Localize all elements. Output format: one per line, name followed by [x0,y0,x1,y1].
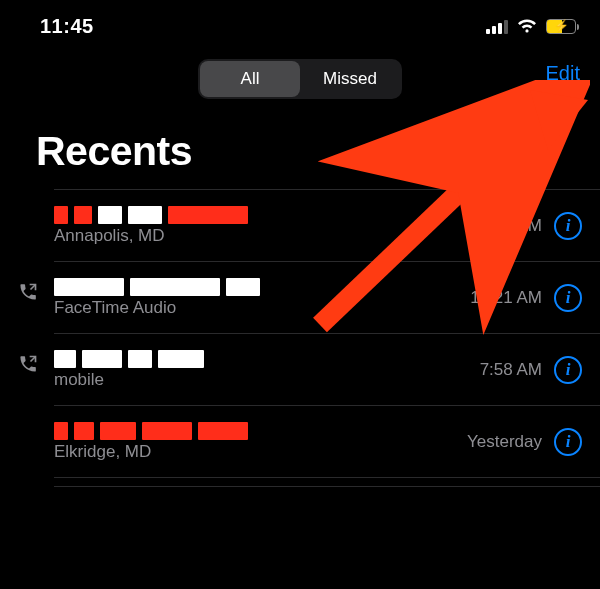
info-icon: i [566,217,571,234]
call-time: 11:34 AM [470,216,542,236]
call-row[interactable]: Annapolis, MD 11:34 AM i [54,189,600,261]
call-main: Annapolis, MD [54,206,470,246]
caller-name-redacted [54,350,480,368]
info-button[interactable]: i [554,356,582,384]
battery-icon: ⚡ [546,19,576,34]
info-button[interactable]: i [554,284,582,312]
charging-bolt-icon: ⚡ [554,19,569,33]
info-icon: i [566,289,571,306]
info-button[interactable]: i [554,212,582,240]
call-subtitle: mobile [54,370,480,390]
call-row[interactable]: mobile 7:58 AM i [54,333,600,405]
info-icon: i [566,433,571,450]
wifi-icon [516,18,538,34]
edit-button[interactable]: Edit [546,62,580,85]
call-subtitle: Elkridge, MD [54,442,467,462]
info-button[interactable]: i [554,428,582,456]
recents-list: Annapolis, MD 11:34 AM i FaceTime Audio … [0,189,600,487]
caller-name-redacted [54,206,470,224]
status-time: 11:45 [40,15,94,38]
info-icon: i [566,361,571,378]
outgoing-call-icon [18,354,38,378]
caller-name-redacted [54,422,467,440]
call-subtitle: Annapolis, MD [54,226,470,246]
segment-missed[interactable]: Missed [300,61,400,97]
call-subtitle: FaceTime Audio [54,298,470,318]
nav-bar: All Missed Edit [0,54,600,104]
status-bar: 11:45 ⚡ [0,0,600,48]
segmented-control: All Missed [198,59,402,99]
call-main: FaceTime Audio [54,278,470,318]
call-main: Elkridge, MD [54,422,467,462]
call-time: 10:21 AM [470,288,542,308]
call-row[interactable]: FaceTime Audio 10:21 AM i [54,261,600,333]
call-row-partial [54,477,600,487]
caller-name-redacted [54,278,470,296]
call-main: mobile [54,350,480,390]
page-title: Recents [0,104,600,189]
call-time: 7:58 AM [480,360,542,380]
call-row[interactable]: Elkridge, MD Yesterday i [54,405,600,477]
call-time: Yesterday [467,432,542,452]
outgoing-call-icon [18,282,38,306]
cellular-signal-icon [486,18,508,34]
status-icons: ⚡ [486,18,576,34]
segment-all[interactable]: All [200,61,300,97]
